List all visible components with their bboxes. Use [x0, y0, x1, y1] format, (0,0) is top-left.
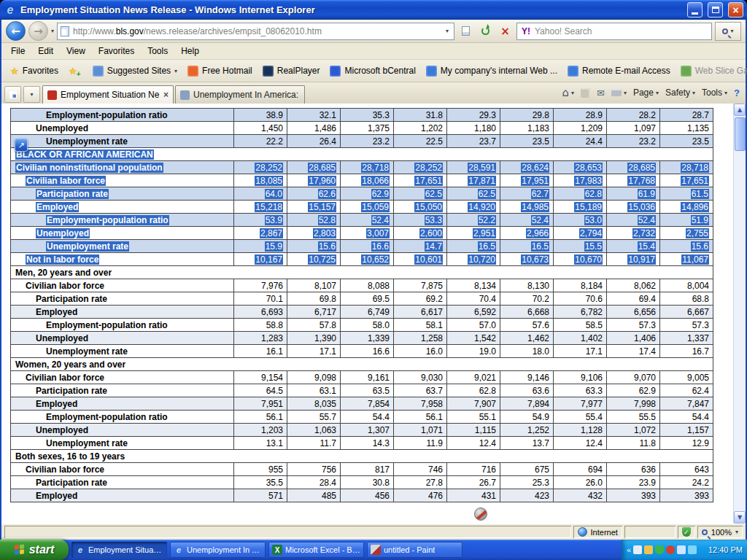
cell-value: 12.4: [447, 437, 500, 450]
favorites-item[interactable]: Suggested Sites▾: [88, 63, 182, 79]
read-mail-button[interactable]: ✉: [597, 88, 605, 98]
cell-value: 69.8: [287, 292, 341, 306]
cell-value: 62.5: [394, 187, 447, 201]
address-bar-input[interactable]: http://www.bls.gov/news.release/archives…: [57, 23, 454, 40]
cell-value: 28,591: [447, 161, 500, 174]
compatibility-view-button[interactable]: [457, 23, 474, 40]
vertical-scrollbar[interactable]: ▲ ▼: [733, 104, 746, 524]
ie-icon: e: [174, 545, 184, 555]
recent-pages-chevron-icon[interactable]: ▾: [51, 28, 54, 34]
taskbar-button[interactable]: untitled - Paint: [367, 542, 462, 558]
cell-value: 52.2: [447, 214, 500, 227]
cell-value: 23.7: [447, 135, 500, 148]
row-label: Unemployed: [11, 332, 234, 345]
favorites-item-label: Suggested Sites: [107, 66, 171, 76]
address-dropdown-icon[interactable]: ▾: [444, 28, 451, 34]
cell-value: 64.5: [234, 384, 287, 397]
search-button[interactable]: ▾: [715, 22, 741, 41]
menu-view[interactable]: View: [60, 44, 92, 58]
row-label: Participation rate: [11, 384, 234, 397]
row-label: Civilian labor force: [11, 371, 234, 384]
search-input[interactable]: Y! Yahoo! Search: [516, 23, 712, 40]
menu-tools[interactable]: Tools: [141, 44, 174, 58]
scroll-thumb[interactable]: [735, 117, 746, 151]
taskbar-button[interactable]: XMicrosoft Excel - Book1: [268, 542, 364, 558]
page-menu-button[interactable]: Page▾: [633, 88, 659, 98]
cell-value: 29.8: [500, 109, 554, 122]
employment-table: Employment-population ratio38.932.135.33…: [10, 108, 713, 502]
favorites-item[interactable]: Remote E-mail Access: [562, 63, 676, 79]
cell-value: 7,875: [394, 279, 447, 292]
forward-button[interactable]: →: [28, 21, 48, 41]
menu-file[interactable]: File: [4, 44, 31, 58]
minimize-button[interactable]: [687, 2, 703, 18]
cell-value: 28,718: [660, 161, 713, 174]
cell-value: 1,202: [394, 122, 447, 135]
close-button[interactable]: ×: [728, 2, 743, 18]
cell-value: 30.8: [341, 476, 394, 489]
safety-menu-button[interactable]: Safety▾: [665, 88, 695, 98]
row-label: Civilian noninstitutional population: [11, 161, 234, 174]
refresh-button[interactable]: [477, 23, 494, 40]
cell-value: 52.4: [607, 214, 660, 227]
zoom-control[interactable]: 100% ▾: [697, 526, 743, 538]
cell-value: 8,184: [554, 279, 607, 292]
menu-edit[interactable]: Edit: [31, 44, 60, 58]
cell-value: 15.9: [234, 240, 287, 253]
menu-help[interactable]: Help: [174, 44, 206, 58]
cell-value: 1,252: [500, 424, 554, 437]
print-button[interactable]: ▾: [611, 89, 627, 96]
cell-value: 10,670: [554, 253, 607, 266]
favorites-item[interactable]: RealPlayer: [258, 63, 325, 79]
browser-tab[interactable]: Employment Situation Ne...×: [42, 85, 174, 104]
back-button[interactable]: ←: [6, 21, 26, 41]
taskbar-button[interactable]: eUnemployment In Am...: [170, 542, 266, 558]
messenger-icon[interactable]: [633, 545, 642, 554]
maximize-button[interactable]: [708, 2, 723, 18]
tools-menu-button[interactable]: Tools▾: [702, 88, 727, 98]
cell-value: 58.5: [554, 319, 607, 332]
feeds-button[interactable]: [581, 88, 590, 98]
network-icon[interactable]: [688, 545, 697, 554]
cell-value: 19.0: [447, 345, 500, 358]
cell-value: 23.9: [607, 476, 660, 489]
quick-tabs-button[interactable]: [4, 86, 21, 103]
add-favorite-button[interactable]: ★ +: [64, 63, 82, 79]
volume-icon[interactable]: [677, 545, 686, 554]
row-label: Participation rate: [11, 187, 234, 201]
stop-button[interactable]: ×: [497, 23, 514, 40]
accelerator-icon[interactable]: ↗: [15, 139, 28, 152]
menu-favorites[interactable]: Favorites: [92, 44, 141, 58]
favorites-item[interactable]: Web Slice Gallery▾: [676, 63, 747, 79]
close-tab-icon[interactable]: ×: [163, 90, 169, 100]
search-dropdown-icon[interactable]: ▾: [730, 28, 733, 34]
print-icon: [611, 89, 622, 96]
start-button[interactable]: start: [0, 540, 69, 560]
favorites-button[interactable]: ★ Favorites: [4, 63, 64, 79]
browser-tab[interactable]: Unemployment In America: B...: [175, 85, 305, 104]
alert-icon[interactable]: [666, 545, 675, 554]
cell-value: 62.7: [500, 187, 554, 201]
refresh-icon: [481, 27, 489, 35]
internet-zone-globe-icon: [578, 527, 587, 537]
hide-icons-button[interactable]: «: [627, 545, 631, 554]
taskbar-clock: 12:40 PM: [708, 545, 743, 554]
tab-favicon-icon: [47, 90, 57, 100]
cell-value: 8,134: [447, 279, 500, 292]
scroll-up-button[interactable]: ▲: [734, 104, 746, 116]
cell-value: 2,600: [394, 227, 447, 240]
help-button[interactable]: ?: [734, 88, 740, 98]
cell-value: 1,071: [394, 424, 447, 437]
cell-value: 24.2: [660, 476, 713, 489]
zoom-dropdown-icon[interactable]: ▾: [735, 529, 738, 535]
home-button[interactable]: ⌂▾: [562, 86, 574, 99]
favorites-item[interactable]: Free Hotmail: [182, 63, 258, 79]
tab-list-button[interactable]: ▾: [23, 86, 40, 103]
scroll-down-button[interactable]: ▼: [734, 511, 746, 524]
cell-value: 9,070: [607, 371, 660, 384]
antivirus-shield-icon[interactable]: [655, 545, 664, 554]
taskbar-button[interactable]: eEmployment Situation...: [71, 542, 167, 558]
favorites-item[interactable]: Microsoft bCentral: [325, 63, 420, 79]
favorites-item[interactable]: My company's internal Web ...: [421, 63, 562, 79]
windows-update-icon[interactable]: [644, 545, 653, 554]
